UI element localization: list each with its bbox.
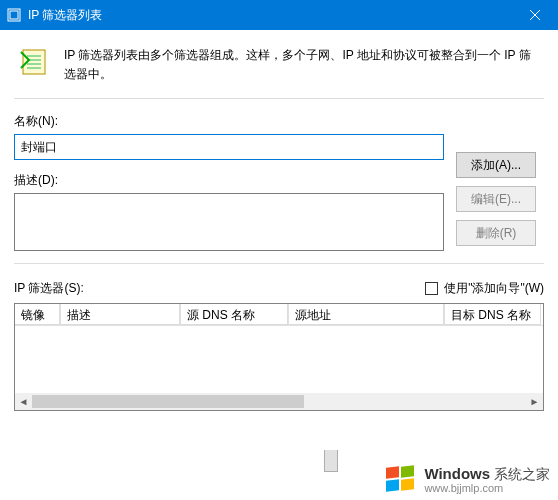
- separator: [14, 98, 544, 99]
- svg-rect-1: [10, 11, 18, 19]
- col-mirror[interactable]: 镜像: [15, 304, 61, 325]
- window-title: IP 筛选器列表: [28, 7, 102, 24]
- scroll-right-icon[interactable]: ►: [526, 393, 543, 410]
- checkbox-icon: [425, 282, 438, 295]
- col-source-address[interactable]: 源地址: [289, 304, 445, 325]
- edit-button[interactable]: 编辑(E)...: [456, 186, 536, 212]
- horizontal-scrollbar[interactable]: ◄ ►: [15, 393, 543, 410]
- col-description[interactable]: 描述: [61, 304, 181, 325]
- description-textarea[interactable]: [14, 193, 444, 251]
- name-label: 名称(N):: [14, 113, 544, 130]
- separator: [14, 263, 544, 264]
- filters-listview[interactable]: 镜像 描述 源 DNS 名称 源地址 目标 DNS 名称 ◄ ►: [14, 303, 544, 411]
- use-wizard-checkbox[interactable]: 使用"添加向导"(W): [425, 280, 544, 297]
- app-icon: [6, 7, 22, 23]
- client-area: IP 筛选器列表由多个筛选器组成。这样，多个子网、IP 地址和协议可被整合到一个…: [0, 30, 558, 450]
- description-label: 描述(D):: [14, 172, 444, 189]
- add-button[interactable]: 添加(A)...: [456, 152, 536, 178]
- windows-logo-icon: [384, 464, 416, 496]
- column-headers[interactable]: 镜像 描述 源 DNS 名称 源地址 目标 DNS 名称: [15, 304, 543, 326]
- header-row: IP 筛选器列表由多个筛选器组成。这样，多个子网、IP 地址和协议可被整合到一个…: [14, 40, 544, 98]
- watermark-url: www.bjjmlp.com: [424, 482, 550, 494]
- col-dest-dns[interactable]: 目标 DNS 名称: [445, 304, 541, 325]
- filter-list-icon: [18, 46, 50, 78]
- dialog-description: IP 筛选器列表由多个筛选器组成。这样，多个子网、IP 地址和协议可被整合到一个…: [64, 46, 540, 84]
- name-input[interactable]: [14, 134, 444, 160]
- cropped-button: [324, 450, 338, 472]
- titlebar: IP 筛选器列表: [0, 0, 558, 30]
- col-source-dns[interactable]: 源 DNS 名称: [181, 304, 289, 325]
- scroll-track[interactable]: [32, 393, 526, 410]
- scroll-thumb[interactable]: [32, 395, 304, 408]
- watermark-brand-line: Windows 系统之家: [424, 466, 550, 483]
- close-button[interactable]: [512, 0, 558, 30]
- watermark: Windows 系统之家 www.bjjmlp.com: [384, 464, 550, 496]
- filters-label: IP 筛选器(S):: [14, 280, 84, 297]
- remove-button[interactable]: 删除(R): [456, 220, 536, 246]
- scroll-left-icon[interactable]: ◄: [15, 393, 32, 410]
- footer-area: Windows 系统之家 www.bjjmlp.com: [0, 450, 558, 500]
- use-wizard-label: 使用"添加向导"(W): [444, 280, 544, 297]
